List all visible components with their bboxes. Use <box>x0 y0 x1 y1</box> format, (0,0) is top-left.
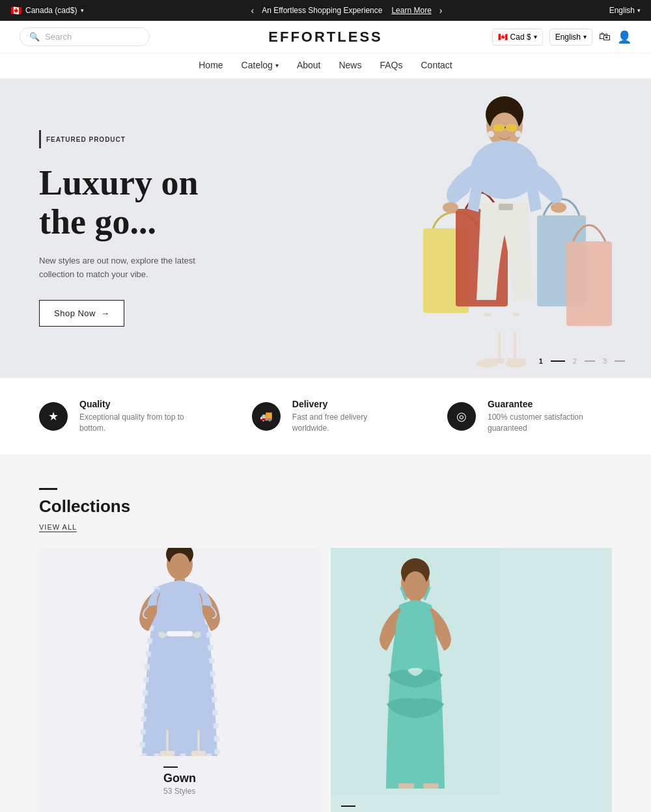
currency-selector[interactable]: 🇨🇦 Cad $ ▾ <box>492 29 543 46</box>
collections-grid: Gown 53 Styles <box>39 548 612 812</box>
currency-label: Cad $ <box>510 33 531 42</box>
svg-point-12 <box>515 131 521 137</box>
gown-line <box>163 766 178 768</box>
svg-rect-9 <box>506 124 517 131</box>
svg-point-17 <box>443 202 458 213</box>
hero-page-1[interactable]: 1 <box>539 357 543 365</box>
svg-point-29 <box>169 553 190 579</box>
gown-count: 53 Styles <box>163 787 196 796</box>
shop-now-button[interactable]: Shop Now → <box>39 300 124 327</box>
feature-delivery: 🚚 Delivery Fast and free delivery worldw… <box>252 399 395 434</box>
banner-text: An Effortless Shopping Experience <box>262 6 382 15</box>
chevron-down-icon: ▾ <box>275 62 279 69</box>
hero-page-line-2 <box>585 360 595 362</box>
svg-rect-16 <box>499 204 513 210</box>
collections-header: Collections VIEW ALL <box>39 488 612 532</box>
nav-item-faqs[interactable]: FAQs <box>380 60 402 70</box>
nav-item-contact[interactable]: Contact <box>421 60 452 70</box>
feature-guarantee: ◎ Guarantee 100% customer satisfaction g… <box>447 399 612 434</box>
svg-rect-31 <box>167 631 193 636</box>
onepiece-label: One piece 53 Styles <box>331 795 612 812</box>
top-bar: 🇨🇦 Canada (cad$) ▾ ‹ An Effortless Shopp… <box>0 0 651 21</box>
hero-page-line-3 <box>615 360 625 362</box>
guarantee-title: Guarantee <box>488 399 612 409</box>
search-icon: 🔍 <box>29 32 40 42</box>
nav-item-catelog[interactable]: Catelog ▾ <box>242 60 279 70</box>
hero-title: Luxury on the go... <box>39 164 208 241</box>
collection-card-gown[interactable]: Gown 53 Styles <box>39 548 320 812</box>
cart-icon: 🛍 <box>599 30 611 43</box>
hero-featured-label: FEATURED PRODUCT <box>39 130 208 148</box>
hero-page-3[interactable]: 3 <box>603 357 607 365</box>
hero-page-line-1 <box>551 360 565 362</box>
region-label: Canada (cad$) <box>25 6 77 15</box>
quality-icon: ★ <box>39 402 68 431</box>
chevron-down-icon: ▾ <box>534 33 537 40</box>
collection-card-onepiece[interactable]: One piece 53 Styles → <box>331 548 612 812</box>
svg-point-11 <box>488 131 494 137</box>
chevron-down-icon: ▾ <box>81 7 84 14</box>
chevron-down-icon-top: ▾ <box>637 7 641 14</box>
collections-title: Collections <box>39 496 612 517</box>
search-placeholder: Search <box>45 32 72 42</box>
svg-rect-21 <box>484 359 504 364</box>
delivery-title: Delivery <box>292 399 395 409</box>
svg-rect-44 <box>423 783 439 789</box>
gown-name: Gown <box>163 772 196 785</box>
hero-image <box>371 79 631 378</box>
svg-rect-20 <box>484 313 491 316</box>
svg-rect-26 <box>514 332 516 362</box>
quality-description: Exceptional quality from top to bottom. <box>79 412 200 434</box>
guarantee-description: 100% customer satisfaction guaranteed <box>488 412 612 434</box>
svg-rect-22 <box>498 332 501 362</box>
language-label-top: English <box>609 6 635 15</box>
header-actions: 🇨🇦 Cad $ ▾ English ▾ 🛍 👤 <box>492 29 631 46</box>
gown-image <box>39 548 320 756</box>
onepiece-image <box>331 548 612 795</box>
canada-flag-icon: 🇨🇦 <box>10 5 21 16</box>
cart-button[interactable]: 🛍 <box>599 30 611 44</box>
nav-item-news[interactable]: News <box>339 60 361 70</box>
view-all-link[interactable]: VIEW ALL <box>39 523 77 532</box>
svg-rect-33 <box>191 751 206 756</box>
hero-section: FEATURED PRODUCT Luxury on the go... New… <box>0 79 651 378</box>
banner-prev-button[interactable]: ‹ <box>249 5 257 16</box>
search-input[interactable]: 🔍 Search <box>20 27 150 46</box>
language-label: English <box>555 33 581 42</box>
banner-next-button[interactable]: › <box>437 5 445 16</box>
onepiece-line <box>341 805 355 807</box>
svg-rect-3 <box>566 241 612 326</box>
language-selector[interactable]: English ▾ <box>549 29 592 46</box>
delivery-icon: 🚚 <box>252 402 281 431</box>
region-selector[interactable]: 🇨🇦 Canada (cad$) ▾ <box>10 5 84 16</box>
flag-icon: 🇨🇦 <box>498 33 508 42</box>
feature-quality: ★ Quality Exceptional quality from top t… <box>39 399 200 434</box>
hero-woman-svg <box>371 79 631 378</box>
quality-title: Quality <box>79 399 200 409</box>
gown-label: Gown 53 Styles <box>153 756 206 807</box>
svg-point-18 <box>551 202 566 213</box>
account-button[interactable]: 👤 <box>617 30 631 44</box>
svg-rect-43 <box>398 783 414 789</box>
hero-page-2[interactable]: 2 <box>573 357 577 365</box>
main-nav: Home Catelog ▾ About News FAQs Contact <box>0 53 651 79</box>
nav-item-home[interactable]: Home <box>199 60 223 70</box>
learn-more-link[interactable]: Learn More <box>391 6 431 15</box>
svg-rect-8 <box>493 124 505 131</box>
hero-pagination: 1 2 3 <box>539 357 625 365</box>
hero-content: FEATURED PRODUCT Luxury on the go... New… <box>0 104 247 352</box>
hero-subtitle: New styles are out now, explore the late… <box>39 254 208 282</box>
language-selector-top[interactable]: English ▾ <box>609 6 641 15</box>
chevron-down-icon: ▾ <box>583 33 587 40</box>
banner: ‹ An Effortless Shopping Experience Lear… <box>249 5 445 16</box>
svg-rect-32 <box>160 751 174 756</box>
site-logo[interactable]: EFFORTLESS <box>268 29 382 46</box>
nav-item-about[interactable]: About <box>297 60 321 70</box>
collections-header-line <box>39 488 57 490</box>
header: 🔍 Search EFFORTLESS 🇨🇦 Cad $ ▾ English ▾… <box>0 21 651 53</box>
collections-section: Collections VIEW ALL <box>0 455 651 812</box>
svg-point-39 <box>404 571 426 600</box>
svg-rect-24 <box>513 313 519 316</box>
features-section: ★ Quality Exceptional quality from top t… <box>0 378 651 455</box>
arrow-right-icon: → <box>101 308 110 318</box>
